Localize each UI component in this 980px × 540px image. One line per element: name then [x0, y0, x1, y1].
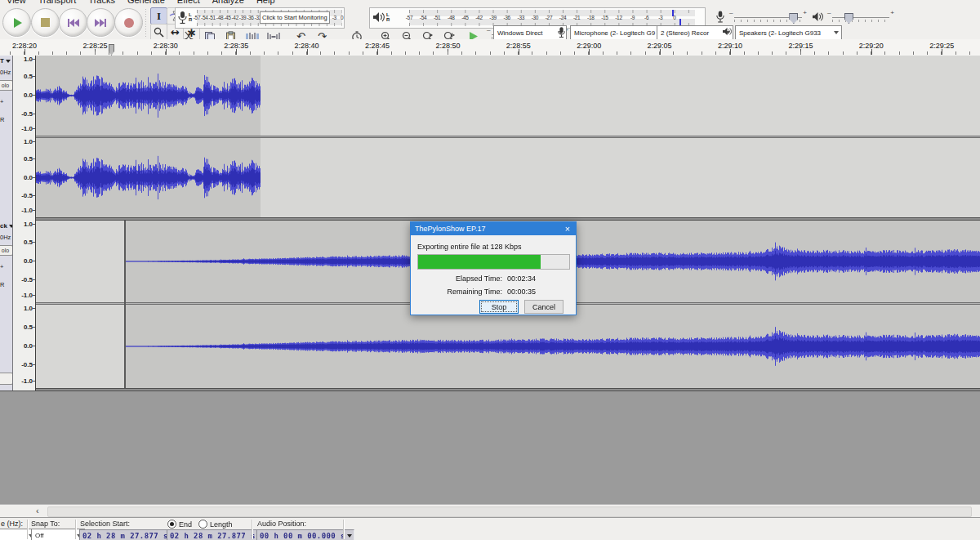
separator — [75, 520, 77, 539]
db-scale-label: -33 — [518, 15, 525, 20]
record-button[interactable] — [114, 8, 143, 37]
scale-tick — [33, 114, 35, 114]
db-scale-label: -57 — [194, 15, 201, 20]
db-scale-label: -51 — [208, 15, 216, 20]
radio-unselected-icon — [198, 520, 207, 529]
stop-export-button[interactable]: Stop — [479, 300, 519, 314]
waveform-canvas[interactable] — [35, 56, 261, 136]
track-name-fragment[interactable]: T — [0, 57, 12, 65]
ibeam-icon: I — [157, 10, 161, 23]
toolbar-grip[interactable] — [145, 9, 148, 37]
db-scale-label: -57 — [406, 15, 413, 20]
timeline-ruler[interactable]: 2:28:202:28:252:28:302:28:352:28:402:28:… — [0, 39, 980, 56]
scroll-left-arrow-icon[interactable]: ‹ — [36, 506, 39, 515]
selection-end-time[interactable]: 02 h 28 m 27.877 s — [167, 529, 265, 540]
playback-volume-slider[interactable]: –+ — [827, 11, 894, 23]
amplitude-scale-label: 1.0 — [24, 137, 33, 145]
playback-device-dropdown[interactable]: Speakers (2- Logitech G933 — [735, 25, 842, 40]
selection-tool-button[interactable]: I — [150, 7, 167, 25]
solo-button-fragment[interactable]: olo — [0, 245, 13, 256]
track-control-panel-clipped[interactable]: T0Hzolo+Rck0Hzolo+R — [0, 56, 13, 390]
meter-lr-labels: LR — [189, 12, 192, 22]
menu-item-effect[interactable]: Effect — [177, 0, 200, 5]
input-volume-mic-icon — [715, 10, 725, 24]
monitoring-tooltip[interactable]: Click to Start Monitoring — [260, 11, 330, 24]
db-scale-label: -36 — [503, 15, 510, 20]
skip-to-start-button[interactable] — [59, 8, 87, 37]
track-name-fragment[interactable]: ck — [0, 222, 12, 230]
audio-host-dropdown[interactable]: Windows Direct — [493, 25, 567, 40]
recording-volume-thumb[interactable] — [789, 13, 798, 24]
menu-item-help[interactable]: Help — [256, 0, 275, 5]
separator — [343, 520, 345, 539]
menu-item-tracks[interactable]: Tracks — [88, 0, 115, 5]
menu-item-analyze[interactable]: Analyze — [212, 0, 244, 5]
scale-tick — [33, 128, 35, 129]
scale-tick — [33, 210, 35, 211]
output-volume-speaker-icon — [812, 11, 824, 22]
panel-button-fragment[interactable] — [0, 373, 13, 385]
amplitude-scale-label: 0.5 — [24, 155, 33, 163]
clip-left-edge[interactable] — [124, 221, 126, 388]
dialog-close-icon[interactable]: × — [559, 222, 576, 235]
db-scale-label: -54 — [201, 15, 208, 20]
scrollbar-thumb[interactable] — [47, 507, 972, 517]
scale-tick — [33, 195, 35, 196]
recording-volume-slider[interactable]: –+ — [729, 11, 807, 23]
db-scale-label: -39 — [239, 15, 247, 20]
skip-to-end-button[interactable] — [87, 8, 115, 37]
remaining-time-label: Remaining Time: — [447, 288, 502, 296]
amplitude-scale-label: 1.0 — [24, 305, 33, 312]
play-button[interactable] — [2, 8, 31, 37]
track-separator[interactable] — [0, 217, 980, 221]
audio-position-time[interactable]: 00 h 00 m 00.000 s — [256, 529, 354, 540]
db-scale-label: -48 — [216, 15, 224, 20]
amplitude-scale-label: 0.5 — [24, 73, 33, 80]
cancel-export-button[interactable]: Cancel — [524, 300, 564, 314]
db-scale-label: -51 — [434, 15, 441, 20]
pan-slider-fragment[interactable]: R — [0, 281, 4, 288]
gain-slider-fragment[interactable]: + — [0, 263, 3, 270]
selection-mode-radios: End Length — [167, 520, 233, 529]
meter-peak-mark — [679, 19, 681, 25]
track-rate-fragment[interactable]: 0Hz — [0, 69, 11, 76]
scale-tick — [33, 59, 35, 60]
pan-slider-fragment[interactable]: R — [0, 116, 4, 123]
db-scale-label: -12 — [615, 15, 622, 20]
playback-volume-thumb[interactable] — [844, 13, 853, 24]
menu-item-generate[interactable]: Generate — [127, 0, 165, 5]
dialog-title-bar[interactable]: ThePylonShow EP.17 × — [411, 222, 576, 235]
end-radio[interactable]: End — [167, 520, 192, 529]
zoom-tool-button[interactable] — [150, 24, 167, 41]
length-radio[interactable]: Length — [198, 520, 233, 529]
gain-slider-fragment[interactable]: + — [0, 98, 3, 105]
channel-separator — [0, 136, 980, 138]
track-rate-fragment[interactable]: 0Hz — [0, 234, 11, 241]
db-scale-label: -45 — [461, 15, 469, 20]
amplitude-scale-label: -0.5 — [21, 276, 33, 283]
selection-start-time[interactable]: 02 h 28 m 27.877 s — [79, 529, 177, 540]
amplitude-scale-label: -1.0 — [21, 377, 33, 384]
menu-item-transport[interactable]: Transport — [38, 0, 77, 5]
db-scale-label: -3 — [332, 15, 336, 20]
menu-bar: ViewTransportTracksGenerateEffectAnalyze… — [0, 0, 980, 7]
db-scale-label: -27 — [546, 15, 553, 20]
audacity-window: ViewTransportTracksGenerateEffectAnalyze… — [0, 0, 980, 540]
snap-to-dropdown[interactable]: Off — [31, 529, 85, 540]
db-scale-label: -6 — [644, 15, 648, 20]
waveform-canvas[interactable] — [35, 138, 261, 217]
horizontal-scrollbar[interactable]: ‹ — [0, 504, 980, 518]
stop-button[interactable] — [31, 8, 60, 37]
audio-position-label: Audio Position: — [257, 520, 306, 528]
scale-tick — [33, 224, 35, 225]
recording-device-dropdown[interactable]: Microphone (2- Logitech G9 — [570, 25, 669, 40]
db-scale-label: -30 — [532, 15, 539, 20]
amplitude-scale-label: 1.0 — [24, 56, 33, 62]
waveform-canvas[interactable] — [124, 305, 980, 388]
vertical-scale-ruler[interactable]: 1.00.50.0-0.5-1.01.00.50.0-0.5-1.01.00.5… — [13, 56, 36, 390]
menu-item-view[interactable]: View — [7, 0, 26, 5]
solo-button-fragment[interactable]: olo — [0, 80, 13, 91]
scale-tick — [33, 76, 35, 77]
db-scale-label: -21 — [573, 15, 581, 20]
progress-fill — [418, 255, 541, 269]
